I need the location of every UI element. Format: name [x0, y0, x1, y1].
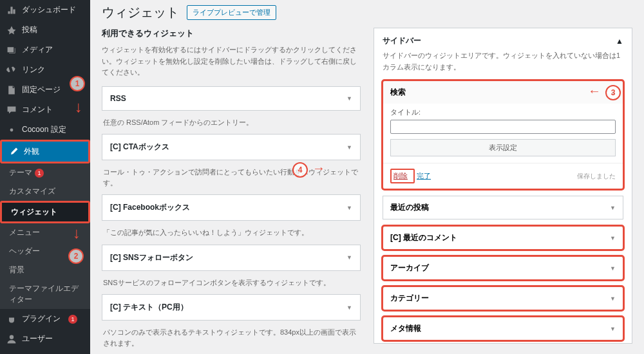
sidebar-item-label: プラグイン [22, 313, 61, 324]
page-icon [6, 85, 17, 95]
available-widget-header[interactable]: [C] Facebookボックス▼ [102, 195, 360, 220]
submenu-label: テーマ [9, 168, 32, 177]
dashboard-icon [6, 5, 17, 15]
available-widget-header[interactable]: [C] CTAボックス▼ [102, 135, 360, 160]
user-icon [6, 334, 17, 344]
sidebar-item-posts[interactable]: 投稿 [0, 20, 90, 40]
chevron-down-icon: ▼ [610, 295, 616, 302]
chevron-up-icon: ▲ [616, 37, 623, 46]
chevron-up-icon: ▲ [610, 89, 616, 96]
widget-title: メタ情報 [390, 323, 421, 334]
widget-title: [C] CTAボックス [110, 142, 169, 153]
sidebar-item-label: ダッシュボード [22, 5, 76, 15]
page-title: ウィジェット [102, 4, 179, 21]
submenu-label: テーマファイルエディター [9, 284, 79, 304]
submenu-label: ウィジェット [11, 207, 57, 216]
widget-title-input[interactable] [390, 120, 616, 134]
sidebar-item-cocoon[interactable]: Cocoon 設定 [0, 120, 90, 140]
svg-point-0 [10, 128, 14, 131]
gear-icon [6, 125, 17, 135]
sidebar-item-media[interactable]: メディア [0, 40, 90, 60]
chevron-down-icon: ▼ [610, 235, 616, 241]
sidebar-item-comments[interactable]: コメント [0, 100, 90, 120]
comment-icon [6, 105, 17, 115]
widget-description: パソコンのみで表示されるテキストウィジェットです。834px以上の画面で表示され… [102, 324, 361, 354]
widget-area-header[interactable]: サイドバー ▲ [383, 35, 623, 46]
main-content: ウィジェット ライブプレビューで管理 利用できるウィジェット ウィジェットを有効… [90, 0, 644, 354]
sidebar-item-label: 外観 [24, 146, 39, 157]
sidebar-item-users[interactable]: ユーザー [0, 329, 90, 349]
plug-icon [6, 314, 17, 324]
available-widget-header[interactable]: [C] テキスト（PC用）▼ [102, 295, 360, 320]
submenu-themes[interactable]: テーマ1 [0, 163, 90, 182]
update-badge: 1 [35, 169, 44, 178]
live-preview-button[interactable]: ライブプレビューで管理 [187, 5, 276, 20]
widget-title: 最近の投稿 [390, 202, 429, 213]
submenu-background[interactable]: 背景 [0, 261, 90, 279]
sidebar-widget-header[interactable]: 最近の投稿▼ [383, 196, 623, 219]
widget-title: カテゴリー [390, 293, 429, 304]
sidebar-item-label: ユーザー [22, 333, 53, 344]
widget-title: [C] 最近のコメント [390, 232, 457, 243]
chevron-down-icon: ▼ [610, 205, 616, 211]
sidebar-item-label: 固定ページ [22, 84, 61, 95]
submenu-label: 背景 [9, 265, 24, 274]
widget-title: [C] SNSフォローボタン [110, 252, 193, 263]
widget-description: 「この記事が気に入ったらいいね！しよう」ウィジェットです。 [102, 225, 361, 245]
delete-link[interactable]: 削除 [393, 172, 408, 180]
brush-icon [8, 147, 19, 157]
sidebar-widget-header[interactable]: [C] 最近のコメント▼ [383, 227, 623, 249]
sidebar-item-tools[interactable]: ツール [0, 349, 90, 354]
submenu-label: カスタマイズ [9, 187, 55, 196]
sidebar-widget-header[interactable]: カテゴリー▼ [383, 287, 623, 310]
available-widget-header[interactable]: [C] SNSフォローボタン▼ [102, 245, 360, 270]
admin-sidebar: ダッシュボード 投稿 メディア リンク 固定ページ コメント Cocoon 設定… [0, 0, 90, 354]
svg-point-1 [10, 335, 14, 339]
sidebar-item-label: Cocoon 設定 [22, 124, 66, 135]
sidebar-widget-header[interactable]: アーカイブ▼ [383, 257, 623, 279]
submenu-customize[interactable]: カスタマイズ [0, 182, 90, 201]
submenu-widgets[interactable]: ウィジェット [0, 201, 90, 223]
display-settings-button[interactable]: 表示設定 [390, 139, 616, 156]
available-heading: 利用できるウィジェット [102, 28, 361, 39]
available-widgets-column: 利用できるウィジェット ウィジェットを有効化するにはサイドバーにドラッグするかク… [102, 28, 361, 354]
submenu-menus[interactable]: メニュー [0, 223, 90, 242]
sidebar-item-label: メディア [22, 44, 53, 55]
widget-description: 任意の RSS/Atom フィードからのエントリー。 [102, 115, 361, 135]
chevron-down-icon: ▼ [346, 254, 352, 261]
chevron-down-icon: ▼ [346, 144, 352, 151]
done-link[interactable]: 完了 [417, 172, 431, 180]
submenu-label: メニュー [9, 228, 40, 237]
sidebar-item-appearance[interactable]: 外観 [0, 140, 90, 163]
submenu-header[interactable]: ヘッダー [0, 242, 90, 261]
widget-description: コール・トゥ・アクションで訪問者にとってもらいたい行動を…ウィジェットです。 [102, 164, 361, 194]
widget-search-header[interactable]: 検索 ▲ [383, 81, 623, 104]
available-description: ウィジェットを有効化するにはサイドバーにドラッグするかクリックしてください。ウィ… [102, 44, 361, 79]
chevron-down-icon: ▼ [346, 95, 352, 102]
chevron-down-icon: ▼ [610, 265, 616, 272]
widget-area-description: サイドバーのウィジットエリアです。ウィジェットを入れていない場合は1カラム表示に… [383, 50, 623, 73]
available-widget-header[interactable]: RSS▼ [102, 87, 360, 110]
sidebar-item-dashboard[interactable]: ダッシュボード [0, 0, 90, 20]
sidebar-area-column: サイドバー ▲ サイドバーのウィジットエリアです。ウィジェットを入れていない場合… [374, 28, 632, 354]
chevron-down-icon: ▼ [346, 304, 352, 311]
widget-title: [C] テキスト（PC用） [110, 302, 188, 313]
chevron-down-icon: ▼ [346, 205, 352, 211]
saved-status: 保存しました [577, 172, 616, 181]
sidebar-item-label: コメント [22, 104, 53, 115]
link-icon [6, 65, 17, 75]
media-icon [6, 45, 17, 55]
sidebar-widget-header[interactable]: メタ情報▼ [383, 317, 623, 340]
widget-area-title: サイドバー [383, 35, 421, 46]
sidebar-item-pages[interactable]: 固定ページ [0, 80, 90, 100]
sidebar-item-links[interactable]: リンク [0, 60, 90, 80]
chevron-down-icon: ▼ [610, 326, 616, 332]
widget-title: アーカイブ [390, 263, 429, 274]
pin-icon [6, 25, 17, 35]
widget-description: SNSサービスのフォローアイコンボタンを表示するウィジェットです。 [102, 275, 361, 295]
submenu-theme-editor[interactable]: テーマファイルエディター [0, 279, 90, 309]
sidebar-item-label: リンク [22, 64, 45, 75]
sidebar-item-plugins[interactable]: プラグイン1 [0, 309, 90, 329]
sidebar-item-label: 投稿 [22, 24, 37, 35]
widget-title: RSS [110, 94, 126, 103]
